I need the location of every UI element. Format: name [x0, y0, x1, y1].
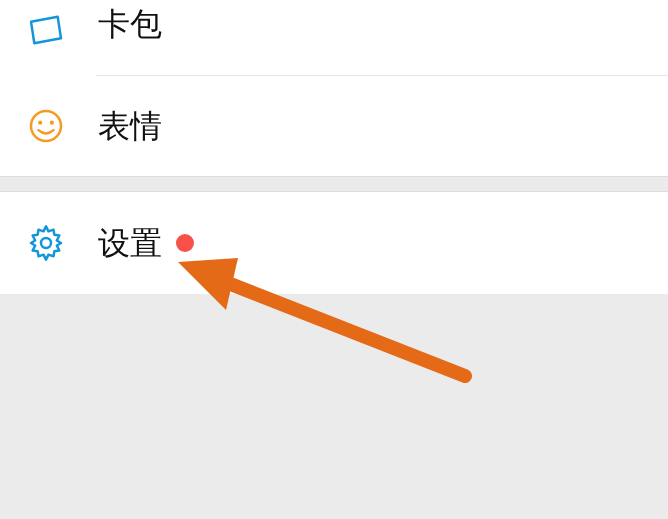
- svg-point-1: [38, 121, 42, 125]
- menu-item-settings[interactable]: 设置: [0, 192, 668, 294]
- menu-item-label: 卡包: [98, 8, 162, 40]
- menu-item-stickers[interactable]: 表情: [0, 76, 668, 176]
- menu-section-2: 设置: [0, 192, 668, 294]
- menu-item-label: 设置: [98, 227, 162, 259]
- wallet-icon: [24, 8, 68, 52]
- gear-icon: [24, 221, 68, 265]
- menu-section-1: 卡包 表情: [0, 0, 668, 176]
- section-gap: [0, 176, 668, 192]
- notification-badge: [176, 234, 194, 252]
- svg-point-2: [50, 121, 54, 125]
- smile-icon: [24, 104, 68, 148]
- svg-point-0: [31, 111, 61, 141]
- menu-item-label: 表情: [98, 110, 162, 142]
- svg-point-3: [41, 238, 51, 248]
- menu-item-card-pack[interactable]: 卡包: [0, 0, 668, 75]
